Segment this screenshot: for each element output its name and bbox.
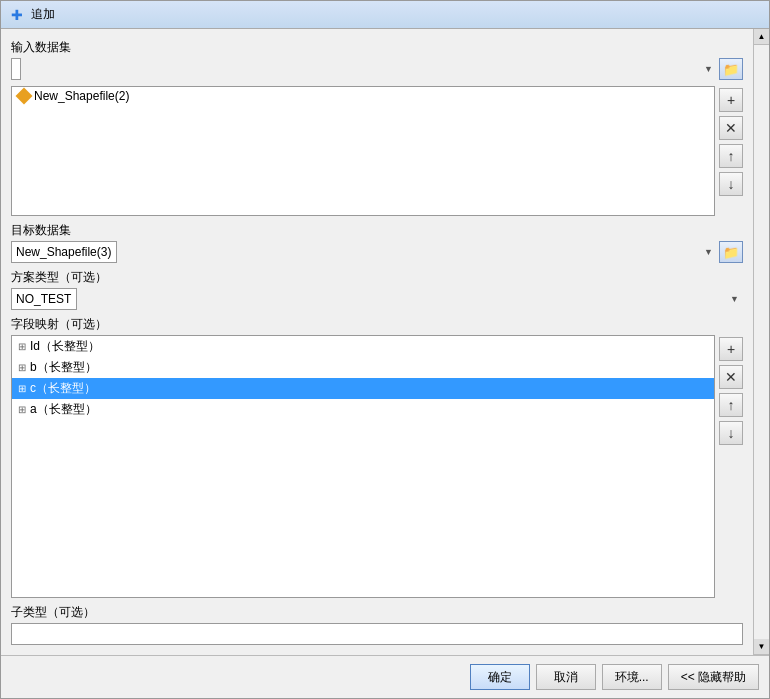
subtype-label: 子类型（可选） (11, 604, 743, 621)
ok-button[interactable]: 确定 (470, 664, 530, 690)
list-item[interactable]: ⊞ Id（长整型） (12, 336, 714, 357)
input-dataset-row: 📁 (11, 58, 743, 80)
field-item-3-label: c（长整型） (30, 380, 96, 397)
target-dataset-label: 目标数据集 (11, 222, 743, 239)
scroll-track (754, 45, 769, 639)
move-up-input-button[interactable]: ↑ (719, 144, 743, 168)
hide-help-button[interactable]: << 隐藏帮助 (668, 664, 759, 690)
subtype-input[interactable] (11, 623, 743, 645)
list-item[interactable]: ⊞ b（长整型） (12, 357, 714, 378)
title-bar: ✚ 追加 (1, 1, 769, 29)
field-mapping-list: ⊞ Id（长整型） ⊞ b（长整型） ⊞ c（长整型） ⊞ (11, 335, 715, 598)
input-dataset-select-wrapper (11, 58, 717, 80)
remove-input-button[interactable]: ✕ (719, 116, 743, 140)
field-mapping-btn-column: + ✕ ↑ ↓ (719, 335, 743, 598)
input-dataset-label: 输入数据集 (11, 39, 743, 56)
scroll-up-button[interactable]: ▲ (754, 29, 769, 45)
schema-type-label: 方案类型（可选） (11, 269, 743, 286)
target-dataset-section: 目标数据集 New_Shapefile(3) 📁 (11, 222, 743, 263)
subtype-section: 子类型（可选） (11, 604, 743, 645)
target-dataset-select[interactable]: New_Shapefile(3) (11, 241, 117, 263)
window-title: 追加 (31, 6, 55, 23)
target-dataset-row: New_Shapefile(3) 📁 (11, 241, 743, 263)
tree-expand-icon: ⊞ (18, 362, 26, 373)
bottom-bar: 确定 取消 环境... << 隐藏帮助 (1, 655, 769, 698)
tree-expand-icon: ⊞ (18, 404, 26, 415)
environment-button[interactable]: 环境... (602, 664, 662, 690)
remove-field-button[interactable]: ✕ (719, 365, 743, 389)
input-dataset-select[interactable] (11, 58, 21, 80)
list-item[interactable]: New_Shapefile(2) (12, 87, 714, 105)
vertical-scrollbar[interactable]: ▲ ▼ (753, 29, 769, 655)
target-dataset-select-wrapper: New_Shapefile(3) (11, 241, 717, 263)
move-up-field-button[interactable]: ↑ (719, 393, 743, 417)
cancel-button[interactable]: 取消 (536, 664, 596, 690)
tree-expand-icon: ⊞ (18, 383, 26, 394)
input-listbox-section: New_Shapefile(2) + ✕ ↑ ↓ (11, 86, 743, 216)
input-item-label: New_Shapefile(2) (34, 89, 129, 103)
target-dataset-browse-button[interactable]: 📁 (719, 241, 743, 263)
move-down-field-button[interactable]: ↓ (719, 421, 743, 445)
input-dataset-browse-button[interactable]: 📁 (719, 58, 743, 80)
field-item-2-label: b（长整型） (30, 359, 97, 376)
input-dataset-listbox: New_Shapefile(2) (11, 86, 715, 216)
add-field-button[interactable]: + (719, 337, 743, 361)
input-btn-column: + ✕ ↑ ↓ (719, 86, 743, 216)
field-mapping-content: ⊞ Id（长整型） ⊞ b（长整型） ⊞ c（长整型） ⊞ (11, 335, 743, 598)
main-content: 输入数据集 📁 New_Shapefile(2) (1, 29, 753, 655)
title-icon: ✚ (9, 7, 25, 23)
move-down-input-button[interactable]: ↓ (719, 172, 743, 196)
schema-type-wrapper: NO_TEST TEST (11, 288, 743, 310)
field-mapping-section: 字段映射（可选） ⊞ Id（长整型） ⊞ b（长整型） ⊞ c (11, 316, 743, 598)
schema-type-select[interactable]: NO_TEST TEST (11, 288, 77, 310)
schema-type-section: 方案类型（可选） NO_TEST TEST (11, 269, 743, 310)
main-window: ✚ 追加 输入数据集 📁 (0, 0, 770, 699)
input-dataset-section: 输入数据集 📁 (11, 39, 743, 80)
add-input-button[interactable]: + (719, 88, 743, 112)
shapefile-icon (16, 88, 33, 105)
field-item-1-label: Id（长整型） (30, 338, 100, 355)
tree-expand-icon: ⊞ (18, 341, 26, 352)
field-item-4-label: a（长整型） (30, 401, 97, 418)
list-item[interactable]: ⊞ a（长整型） (12, 399, 714, 420)
main-layout: 输入数据集 📁 New_Shapefile(2) (1, 29, 769, 655)
field-mapping-label: 字段映射（可选） (11, 316, 743, 333)
scroll-down-button[interactable]: ▼ (754, 639, 769, 655)
list-item[interactable]: ⊞ c（长整型） (12, 378, 714, 399)
